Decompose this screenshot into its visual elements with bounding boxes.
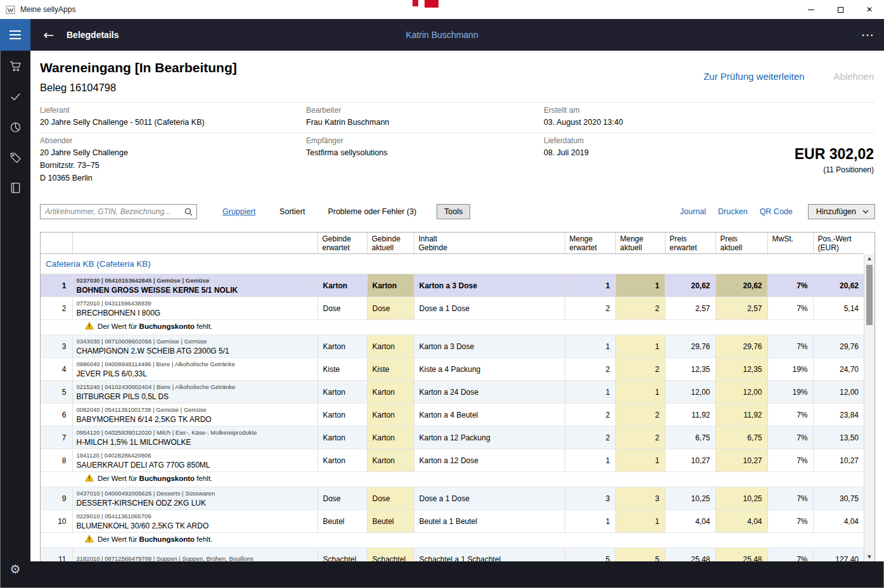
gebinde-aktuell-cell[interactable]: Karton — [367, 274, 414, 297]
item-name: BLUMENKOHL 30/60 2,5KG TK ARDO — [77, 521, 314, 531]
more-options-button[interactable]: ⋯ — [861, 29, 874, 41]
item-meta: 0954120 | 04025839012020 | Milch | Eier-… — [77, 429, 314, 436]
gebinde-aktuell-cell[interactable]: Karton — [367, 426, 414, 449]
preis-aktuell-cell[interactable]: 12,00 — [715, 381, 767, 404]
cart-icon[interactable] — [0, 51, 30, 81]
table-row[interactable]: 10237030 | 05410153642845 | Gemüse | Gem… — [41, 274, 864, 297]
gebinde-aktuell-cell[interactable]: Karton — [367, 381, 414, 404]
problems-filter[interactable]: Probleme oder Fehler (3) — [328, 207, 416, 216]
menge-aktuell-cell[interactable]: 2 — [615, 426, 665, 449]
group-header[interactable]: Cafeteria KB (Cafeteria KB) — [41, 254, 864, 274]
vertical-scrollbar[interactable]: ▲ ▼ — [864, 254, 874, 561]
search-input[interactable] — [41, 207, 184, 216]
preis-aktuell-cell[interactable]: 2,57 — [715, 297, 767, 320]
pie-chart-icon[interactable] — [0, 112, 30, 142]
preis-aktuell-cell[interactable]: 10,27 — [715, 449, 767, 472]
menge-aktuell-cell[interactable]: 5 — [615, 548, 665, 562]
journal-icon[interactable] — [0, 172, 30, 203]
table-row[interactable]: 30343030 | 08710609602056 | Gemüse | Gem… — [41, 335, 864, 358]
table-row[interactable]: 70954120 | 04025839012020 | Milch | Eier… — [41, 426, 864, 449]
column-header-gebinde-aktuell[interactable]: Gebindeaktuell — [367, 233, 414, 254]
print-link[interactable]: Drucken — [718, 207, 748, 216]
item-meta: 0215240 | 04102430002404 | Biere | Alkoh… — [77, 383, 314, 390]
menge-aktuell-cell[interactable]: 3 — [615, 487, 665, 510]
table-row[interactable]: 40996040 | 04008948114496 | Biere | Alko… — [41, 358, 864, 381]
scroll-up-icon[interactable]: ▲ — [864, 256, 874, 261]
column-header-menge-erwartet[interactable]: Mengeerwartet — [565, 233, 615, 254]
preis-aktuell-cell[interactable]: 4,04 — [715, 510, 767, 533]
column-header-article[interactable] — [72, 233, 317, 254]
sorted-toggle[interactable]: Sortiert — [279, 207, 305, 216]
table-row[interactable]: 20772010 | 04311596438839BRECHBOHNEN I 8… — [41, 297, 864, 320]
column-header-pos-wert[interactable]: Pos.-Wert(EUR) — [813, 233, 864, 254]
gebinde-aktuell-cell[interactable]: Kiste — [367, 358, 414, 381]
table-row[interactable]: 100229010 | 05411361065709BLUMENKOHL 30/… — [41, 510, 864, 533]
menge-aktuell-cell[interactable]: 2 — [615, 358, 665, 381]
settings-gear-icon[interactable]: ⚙ — [0, 554, 30, 584]
preis-aktuell-cell[interactable]: 25,48 — [715, 548, 767, 562]
warning-icon — [85, 322, 94, 331]
column-header-row-number[interactable] — [41, 233, 72, 254]
table-row[interactable]: 81941120 | 04028286420806SAUERKRAUT DELI… — [41, 449, 864, 472]
tools-button[interactable]: Tools — [437, 204, 470, 219]
item-name: SAUERKRAUT DELI ATG 770G 850ML — [77, 461, 314, 470]
preis-aktuell-cell[interactable]: 6,75 — [715, 426, 767, 449]
forward-for-review-button[interactable]: Zur Prüfung weiterleiten — [703, 71, 804, 82]
warning-row: Der Wert für Buchungskonto fehlt. — [41, 533, 864, 548]
gebinde-aktuell-cell[interactable]: Schachtel — [367, 548, 414, 562]
menge-aktuell-cell[interactable]: 1 — [615, 449, 665, 472]
table-row[interactable]: 90437010 | 04000492005626 | Desserts | S… — [41, 487, 864, 510]
menge-erwartet-cell: 1 — [565, 510, 615, 533]
journal-link[interactable]: Journal — [680, 207, 706, 216]
gebinde-aktuell-cell[interactable]: Karton — [367, 449, 414, 472]
pos-wert-cell: 24,70 — [813, 358, 864, 381]
inhalt-gebinde-cell: Karton a 12 Packung — [414, 426, 565, 449]
table-row[interactable]: 60082040 | 05411361001738 | Gemüse | Gem… — [41, 404, 864, 426]
user-name[interactable]: Katrin Buschmann — [406, 30, 478, 40]
preis-aktuell-cell[interactable]: 29,76 — [715, 335, 767, 358]
close-button[interactable]: ✕ — [855, 0, 884, 19]
gebinde-aktuell-cell[interactable]: Karton — [367, 404, 414, 426]
gebinde-aktuell-cell[interactable]: Karton — [367, 335, 414, 358]
menge-aktuell-cell[interactable]: 2 — [615, 404, 665, 426]
hamburger-menu-button[interactable] — [0, 19, 30, 51]
menge-aktuell-cell[interactable]: 1 — [615, 381, 665, 404]
checkmark-icon[interactable] — [0, 81, 30, 112]
qr-code-link[interactable]: QR Code — [760, 207, 793, 216]
preis-aktuell-cell[interactable]: 11,92 — [715, 404, 767, 426]
menge-aktuell-cell[interactable]: 1 — [615, 274, 665, 297]
preis-aktuell-cell[interactable]: 20,62 — [715, 274, 767, 297]
column-header-mwst[interactable]: MwSt. — [767, 233, 813, 254]
minimize-button[interactable] — [797, 0, 826, 19]
gebinde-aktuell-cell[interactable]: Dose — [367, 297, 414, 320]
add-button[interactable]: Hinzufügen — [808, 204, 875, 219]
column-header-gebinde-erwartet[interactable]: Gebindeerwartet — [317, 233, 367, 254]
column-header-inhalt-gebinde[interactable]: InhaltGebinde — [414, 233, 565, 254]
column-header-preis-erwartet[interactable]: Preiserwartet — [665, 233, 715, 254]
gebinde-erwartet-cell: Dose — [317, 297, 367, 320]
gebinde-erwartet-cell: Karton — [317, 426, 367, 449]
back-button[interactable]: ← — [39, 29, 59, 41]
positions-count: (11 Positionen) — [795, 165, 874, 174]
grouped-toggle[interactable]: Gruppiert — [222, 207, 255, 216]
mwst-cell: 7% — [767, 274, 813, 297]
gebinde-aktuell-cell[interactable]: Dose — [367, 487, 414, 510]
menge-aktuell-cell[interactable]: 1 — [615, 335, 665, 358]
column-header-menge-aktuell[interactable]: Mengeaktuell — [615, 233, 665, 254]
scroll-down-icon[interactable]: ▼ — [864, 554, 874, 559]
field-value: 20 Jahre Selly Challenge — [40, 148, 306, 158]
scrollbar-thumb[interactable] — [866, 265, 873, 325]
preis-aktuell-cell[interactable]: 10,25 — [715, 487, 767, 510]
gebinde-aktuell-cell[interactable]: Beutel — [367, 510, 414, 533]
price-tag-icon[interactable] — [0, 142, 30, 172]
field-label: Bearbeiter — [306, 106, 544, 115]
maximize-button[interactable] — [826, 0, 855, 19]
preis-aktuell-cell[interactable]: 12,35 — [715, 358, 767, 381]
menge-aktuell-cell[interactable]: 2 — [615, 297, 665, 320]
reject-button[interactable]: Ablehnen — [834, 71, 874, 82]
table-row[interactable]: 112182010 | 08712566479788 | Suppen | Su… — [41, 548, 864, 562]
search-icon[interactable] — [184, 208, 193, 216]
menge-aktuell-cell[interactable]: 1 — [615, 510, 665, 533]
table-row[interactable]: 50215240 | 04102430002404 | Biere | Alko… — [41, 381, 864, 404]
column-header-preis-aktuell[interactable]: Preisaktuell — [715, 233, 767, 254]
